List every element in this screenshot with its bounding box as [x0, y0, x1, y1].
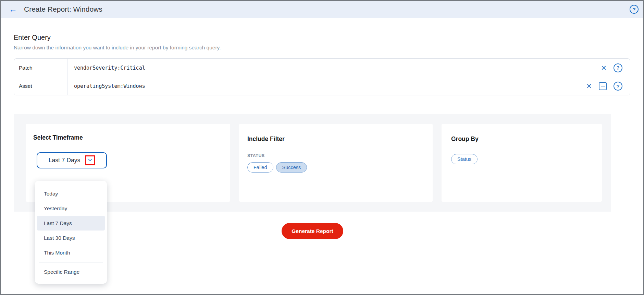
menu-item-last-30-days[interactable]: Last 30 Days	[37, 231, 105, 245]
timeframe-dropdown-menu: Today Yesterday Last 7 Days Last 30 Days…	[35, 181, 107, 284]
group-by-title: Group By	[451, 135, 602, 143]
page-title: Create Report: Windows	[24, 5, 102, 13]
menu-item-last-7-days[interactable]: Last 7 Days	[37, 216, 105, 231]
back-arrow-icon[interactable]: ←	[7, 5, 19, 13]
query-help-icon[interactable]: ?	[614, 63, 622, 72]
patch-query-input[interactable]: vendorSeverity:Critical	[68, 59, 601, 77]
query-row-patch: Patch vendorSeverity:Critical ✕ ?	[14, 59, 630, 77]
query-builder-panel: Patch vendorSeverity:Critical ✕ ? Asset …	[14, 58, 630, 95]
menu-item-today[interactable]: Today	[37, 186, 105, 201]
clear-query-icon[interactable]: ✕	[586, 83, 592, 90]
enter-query-title: Enter Query	[14, 34, 630, 42]
query-row-label: Patch	[14, 59, 68, 77]
generate-report-button[interactable]: Generate Report	[282, 223, 343, 239]
group-by-card: Group By Status	[442, 124, 602, 202]
include-filter-title: Include Filter	[247, 135, 433, 143]
header-bar: ← Create Report: Windows ?	[1, 1, 643, 18]
create-report-page: ← Create Report: Windows ? Enter Query N…	[0, 0, 644, 295]
query-row-actions: ✕ ?	[586, 77, 630, 95]
menu-divider	[39, 262, 103, 262]
menu-item-this-month[interactable]: This Month	[37, 245, 105, 260]
timeframe-selected-value: Last 7 Days	[49, 157, 80, 164]
group-by-chip-row: Status	[451, 154, 602, 164]
menu-item-specific-range[interactable]: Specific Range	[37, 264, 105, 279]
asset-query-input[interactable]: operatingSystem:Windows	[68, 77, 586, 95]
clear-query-icon[interactable]: ✕	[601, 64, 607, 71]
menu-item-yesterday[interactable]: Yesterday	[37, 201, 105, 216]
query-help-icon[interactable]: ?	[614, 82, 622, 91]
include-filter-card: Include Filter STATUS Failed Success	[239, 124, 433, 202]
filter-chip-success[interactable]: Success	[276, 162, 307, 173]
query-row-label: Asset	[14, 77, 68, 95]
query-row-asset: Asset operatingSystem:Windows ✕ ?	[14, 77, 630, 95]
page-help-icon[interactable]: ?	[630, 5, 639, 14]
status-group-label: STATUS	[247, 153, 433, 158]
annotation-highlight-box	[85, 155, 95, 165]
status-chip-row: Failed Success	[247, 162, 433, 173]
enter-query-subtitle: Narrow down the information you want to …	[14, 45, 630, 51]
timeframe-dropdown-toggle[interactable]: Last 7 Days	[37, 152, 107, 168]
chevron-down-icon	[87, 157, 93, 164]
filter-chip-failed[interactable]: Failed	[247, 162, 273, 173]
group-by-chip-status[interactable]: Status	[451, 154, 478, 164]
query-row-actions: ✕ ?	[601, 59, 630, 77]
timeframe-card-title: Select Timeframe	[33, 134, 230, 141]
remove-row-icon[interactable]	[599, 82, 607, 90]
